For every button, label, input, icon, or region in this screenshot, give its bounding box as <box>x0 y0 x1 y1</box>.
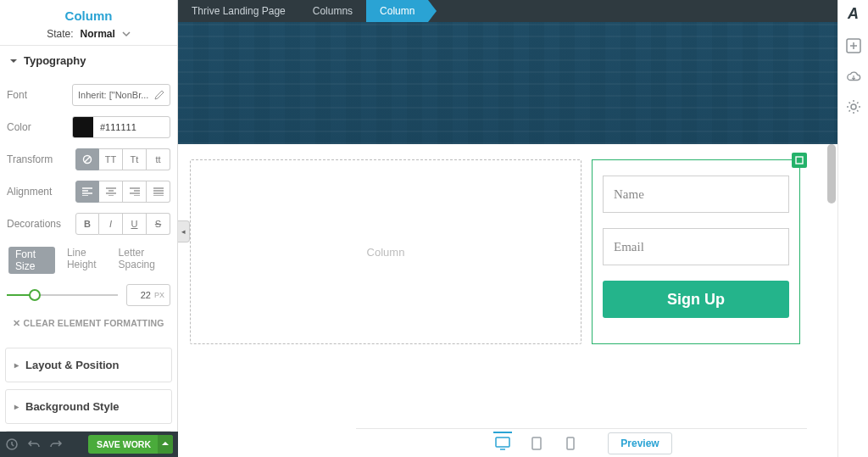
svg-point-8 <box>851 104 856 109</box>
size-tabs: Font Size Line Height Letter Spacing <box>7 240 170 279</box>
panel-background-style[interactable]: ▸Background Style <box>5 389 172 424</box>
device-mobile-button[interactable] <box>559 432 582 455</box>
pencil-icon <box>154 90 164 100</box>
svg-rect-3 <box>796 157 803 164</box>
transform-none-button[interactable] <box>75 148 99 170</box>
align-justify-button[interactable] <box>147 181 170 203</box>
state-selector[interactable]: State: Normal <box>7 28 170 40</box>
color-label: Color <box>7 121 31 133</box>
font-size-value: 22 <box>141 290 151 300</box>
clear-formatting-button[interactable]: ✕ CLEAR ELEMENT FORMATTING <box>7 311 170 331</box>
state-value: Normal <box>81 28 115 40</box>
align-center-button[interactable] <box>99 181 123 203</box>
strike-button[interactable]: S <box>147 213 170 235</box>
svg-rect-5 <box>532 437 541 449</box>
transform-upper-button[interactable]: TT <box>99 148 123 170</box>
redo-icon[interactable] <box>49 437 63 451</box>
typography-header[interactable]: Typography <box>0 46 177 75</box>
device-tablet-button[interactable] <box>525 432 548 455</box>
font-size-slider[interactable] <box>7 287 118 304</box>
typography-panel: Typography Font Inherit: ["NonBr... Colo… <box>0 45 177 341</box>
history-icon[interactable] <box>5 437 19 451</box>
color-hex: #111111 <box>93 122 136 132</box>
plus-icon[interactable] <box>846 38 861 53</box>
signup-form[interactable]: Sign Up <box>592 159 800 344</box>
typography-heading: Typography <box>24 54 86 67</box>
align-left-button[interactable] <box>75 181 99 203</box>
font-selector[interactable]: Inherit: ["NonBr... <box>72 84 170 106</box>
name-input[interactable] <box>603 176 789 213</box>
transform-lower-button[interactable]: tt <box>147 148 170 170</box>
device-bar: Preview <box>356 428 807 457</box>
color-picker[interactable]: #111111 <box>72 116 170 138</box>
font-size-input[interactable]: 22 PX <box>126 284 170 306</box>
brand-logo: A <box>848 5 859 23</box>
underline-button[interactable]: U <box>123 213 147 235</box>
placeholder-label: Column <box>367 246 405 259</box>
email-input[interactable] <box>603 228 789 265</box>
svg-rect-4 <box>496 437 509 447</box>
transform-capitalize-button[interactable]: Tt <box>123 148 147 170</box>
hero-image <box>178 22 837 144</box>
decorations-group: B I U S <box>75 213 170 235</box>
breadcrumb-bar: Thrive Landing Page Columns Column <box>178 0 837 22</box>
alignment-label: Alignment <box>7 186 52 198</box>
align-right-button[interactable] <box>123 181 147 203</box>
cloud-icon[interactable] <box>846 69 861 84</box>
panel-layout-position[interactable]: ▸Layout & Position <box>5 348 172 382</box>
right-rail: A <box>837 0 868 457</box>
signup-button[interactable]: Sign Up <box>603 281 789 318</box>
save-dropdown-button[interactable] <box>158 435 173 454</box>
chevron-down-icon <box>122 30 131 38</box>
sidebar-collapse-handle[interactable]: ◂ <box>178 220 190 242</box>
crumb-columns[interactable]: Columns <box>299 0 366 22</box>
alignment-group <box>75 181 170 203</box>
font-label: Font <box>7 89 27 101</box>
tab-line-height[interactable]: Line Height <box>67 247 107 274</box>
state-label: State: <box>47 28 73 40</box>
bold-button[interactable]: B <box>75 213 99 235</box>
svg-line-1 <box>85 157 90 162</box>
transform-label: Transform <box>7 153 53 165</box>
main-area: Thrive Landing Page Columns Column Colum… <box>178 0 837 457</box>
font-size-unit: PX <box>154 291 164 299</box>
decorations-label: Decorations <box>7 218 61 230</box>
tab-letter-spacing[interactable]: Letter Spacing <box>119 247 169 274</box>
svg-rect-6 <box>567 437 574 449</box>
save-work-button[interactable]: SAVE WORK <box>88 435 173 454</box>
sidebar-footer: SAVE WORK <box>0 432 178 457</box>
caret-down-icon <box>10 58 17 64</box>
color-swatch <box>73 117 93 137</box>
canvas: Column Sign Up <box>178 144 837 354</box>
tab-font-size[interactable]: Font Size <box>8 247 55 274</box>
column-placeholder[interactable]: Column <box>190 159 581 344</box>
vertical-scrollbar[interactable] <box>826 144 837 428</box>
transform-group: TT Tt tt <box>75 148 170 170</box>
gear-icon[interactable] <box>846 99 861 114</box>
font-value: Inherit: ["NonBr... <box>78 90 148 100</box>
crumb-landing[interactable]: Thrive Landing Page <box>178 0 299 22</box>
italic-button[interactable]: I <box>99 213 123 235</box>
preview-button[interactable]: Preview <box>608 432 671 454</box>
element-badge[interactable] <box>792 153 807 168</box>
device-desktop-button[interactable] <box>491 432 515 455</box>
crumb-column[interactable]: Column <box>366 0 428 22</box>
sidebar-title: Column <box>7 8 170 23</box>
left-sidebar: Column State: Normal Typography Font Inh… <box>0 0 178 457</box>
undo-icon[interactable] <box>27 437 41 451</box>
